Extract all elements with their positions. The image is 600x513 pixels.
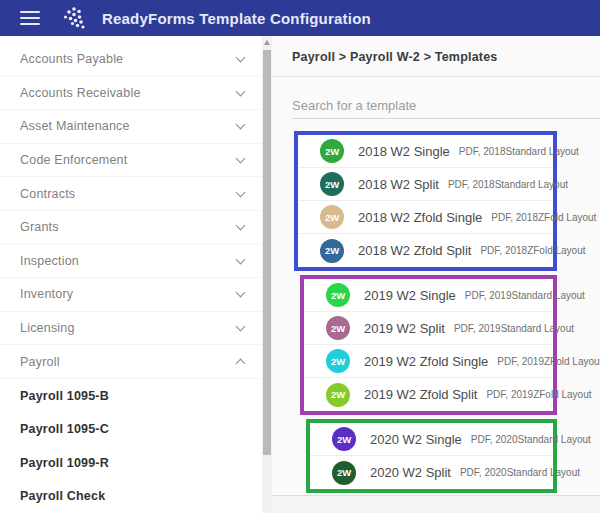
template-name: 2020 W2 Split	[370, 465, 451, 480]
chevron-up-icon	[236, 359, 246, 369]
template-badge-icon: 2W	[326, 316, 350, 340]
template-badge-icon: 2W	[332, 461, 356, 485]
chevron-down-icon	[236, 322, 246, 332]
template-row[interactable]: 2W 2019 W2 Zfold Single PDF, 2019ZFold L…	[304, 345, 553, 378]
template-badge-icon: 2W	[326, 383, 350, 407]
chevron-down-icon	[236, 53, 246, 63]
template-list: 2W 2018 W2 Single PDF, 2018Standard Layo…	[272, 131, 600, 497]
readyforms-app: ReadyForms Template Configuration Accoun…	[0, 0, 600, 513]
template-badge-icon: 2W	[326, 349, 350, 373]
sidebar-item-inventory[interactable]: Inventory	[0, 278, 262, 312]
chevron-down-icon	[236, 254, 246, 264]
sidebar-item-accounts-payable[interactable]: Accounts Payable	[0, 43, 262, 77]
sidebar-scrollbar	[262, 36, 272, 513]
chevron-down-icon	[236, 154, 246, 164]
template-name: 2018 W2 Zfold Split	[358, 243, 471, 258]
scrollbar-thumb[interactable]	[263, 50, 271, 455]
chevron-down-icon	[236, 86, 246, 96]
template-meta: PDF, 2019ZFold Layout	[486, 389, 591, 400]
template-row[interactable]: 2W 2020 W2 Split PDF, 2020Standard Layou…	[310, 456, 553, 489]
chevron-down-icon	[236, 221, 246, 231]
template-row[interactable]: 2W 2019 W2 Split PDF, 2019Standard Layou…	[304, 312, 553, 345]
sidebar-item-inspection[interactable]: Inspection	[0, 245, 262, 279]
sidebar-item-payroll-1095-c[interactable]: Payroll 1095-C	[0, 412, 262, 446]
template-name: 2018 W2 Zfold Single	[358, 210, 482, 225]
group-box-2019: 2W 2019 W2 Single PDF, 2019Standard Layo…	[300, 275, 557, 415]
template-meta: PDF, 2019Standard Layout	[454, 323, 574, 334]
template-name: 2019 W2 Split	[364, 321, 445, 336]
breadcrumb[interactable]: Payroll > Payroll W-2 > Templates	[292, 50, 498, 64]
sidebar-item-asset-maintenance[interactable]: Asset Maintenance	[0, 110, 262, 144]
sidebar-item-payroll[interactable]: Payroll	[0, 345, 262, 379]
template-row[interactable]: 2W 2018 W2 Split PDF, 2018Standard Layou…	[298, 168, 553, 201]
template-name: 2019 W2 Zfold Split	[364, 387, 477, 402]
template-row[interactable]: 2W 2018 W2 Zfold Single PDF, 2018ZFold L…	[298, 201, 553, 234]
template-row[interactable]: 2W 2018 W2 Single PDF, 2018Standard Layo…	[298, 135, 553, 168]
main-panel: Payroll > Payroll W-2 > Templates 2W 201…	[272, 36, 600, 513]
group-box-2020: 2W 2020 W2 Single PDF, 2020Standard Layo…	[306, 419, 557, 493]
template-badge-icon: 2W	[320, 205, 344, 229]
template-meta: PDF, 2020Standard Layout	[460, 467, 580, 478]
template-name: 2019 W2 Single	[364, 288, 456, 303]
template-row[interactable]: 2W 2019 W2 Single PDF, 2019Standard Layo…	[304, 279, 553, 312]
sidebar-item-payroll-1099-r[interactable]: Payroll 1099-R	[0, 446, 262, 480]
template-meta: PDF, 2018Standard Layout	[459, 146, 579, 157]
sidebar-item-payroll-1095-b[interactable]: Payroll 1095-B	[0, 379, 262, 413]
template-meta: PDF, 2018ZFold Layout	[480, 245, 585, 256]
page-title: ReadyForms Template Configuration	[102, 10, 371, 27]
chevron-down-icon	[236, 288, 246, 298]
template-meta: PDF, 2020Standard Layout	[471, 434, 591, 445]
sidebar: Accounts Payable Accounts Receivable Ass…	[0, 36, 262, 513]
sidebar-item-contracts[interactable]: Contracts	[0, 177, 262, 211]
scroll-up-arrow-icon[interactable]	[264, 40, 270, 45]
template-row[interactable]: 2W 2020 W2 Single PDF, 2020Standard Layo…	[310, 423, 553, 456]
menu-icon[interactable]	[20, 11, 40, 25]
template-badge-icon: 2W	[320, 139, 344, 163]
template-meta: PDF, 2018Standard Layout	[448, 179, 568, 190]
breadcrumb-divider	[272, 76, 600, 77]
template-meta: PDF, 2018ZFold Layout	[491, 212, 596, 223]
template-meta: PDF, 2019Standard Layout	[465, 290, 585, 301]
sidebar-item-code-enforcement[interactable]: Code Enforcement	[0, 144, 262, 178]
template-name: 2020 W2 Single	[370, 432, 462, 447]
group-box-2018: 2W 2018 W2 Single PDF, 2018Standard Layo…	[294, 131, 557, 271]
template-badge-icon: 2W	[326, 283, 350, 307]
template-name: 2018 W2 Single	[358, 144, 450, 159]
search-input[interactable]	[292, 92, 600, 119]
chevron-down-icon	[236, 120, 246, 130]
template-badge-icon: 2W	[320, 172, 344, 196]
template-meta: PDF, 2019ZFold Layout	[497, 356, 600, 367]
list-footer-area	[272, 495, 600, 513]
sidebar-item-accounts-receivable[interactable]: Accounts Receivable	[0, 77, 262, 111]
template-name: 2018 W2 Split	[358, 177, 439, 192]
chevron-down-icon	[236, 187, 246, 197]
template-name: 2019 W2 Zfold Single	[364, 354, 488, 369]
readyforms-logo	[62, 5, 88, 31]
sidebar-item-licensing[interactable]: Licensing	[0, 312, 262, 346]
template-row[interactable]: 2W 2018 W2 Zfold Split PDF, 2018ZFold La…	[298, 234, 553, 267]
template-row[interactable]: 2W 2019 W2 Zfold Split PDF, 2019ZFold La…	[304, 378, 553, 411]
template-badge-icon: 2W	[320, 239, 344, 263]
sidebar-item-grants[interactable]: Grants	[0, 211, 262, 245]
template-badge-icon: 2W	[332, 427, 356, 451]
sidebar-item-payroll-check[interactable]: Payroll Check	[0, 479, 262, 513]
app-header: ReadyForms Template Configuration	[0, 0, 600, 36]
